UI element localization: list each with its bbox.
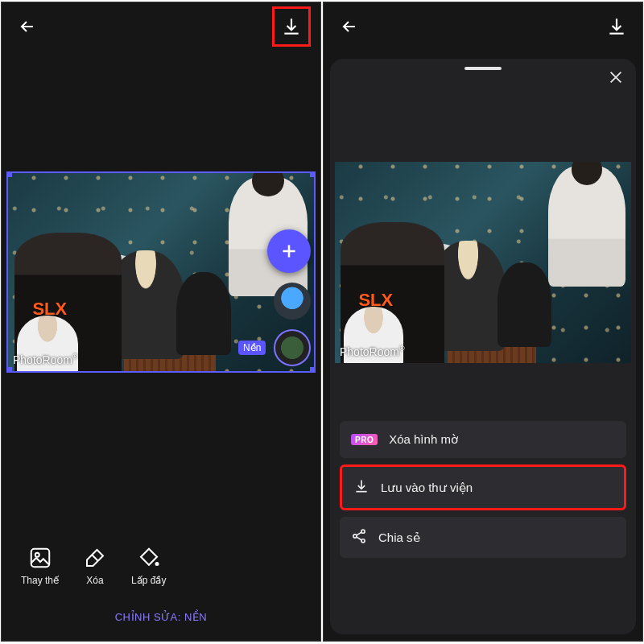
share-option[interactable]: Chia sẻ: [340, 517, 626, 558]
figure: [176, 272, 231, 355]
preview-image: SLX PhotoRoom®: [335, 162, 631, 363]
remove-watermark-option[interactable]: PRO Xóa hình mờ: [340, 421, 626, 458]
selected-layer[interactable]: SLX PhotoRoom® Nền: [6, 171, 316, 373]
download-icon: [353, 478, 369, 497]
background-layer-button[interactable]: [274, 329, 311, 366]
option-label: Lưu vào thư viện: [381, 481, 473, 495]
top-bar: [324, 2, 642, 51]
svg-point-1: [35, 553, 39, 557]
add-layer-button[interactable]: [267, 229, 311, 273]
subject-layer-button[interactable]: [274, 283, 311, 320]
export-options: PRO Xóa hình mờ Lưu vào thư viện Chia sẻ: [340, 421, 626, 558]
tool-label: Xóa: [86, 575, 103, 586]
svg-point-2: [155, 562, 159, 566]
preview: SLX PhotoRoom®: [330, 70, 636, 373]
delete-tool[interactable]: Xóa: [83, 546, 107, 586]
option-label: Chia sẻ: [378, 530, 420, 545]
share-icon: [351, 528, 367, 547]
mode-label: CHỈNH SỬA: NỀN: [2, 611, 320, 623]
watermark: PhotoRoom®: [340, 345, 405, 358]
watermark: PhotoRoom®: [13, 353, 78, 366]
back-button[interactable]: [11, 10, 43, 43]
top-bar: [2, 2, 320, 51]
layer-stack: Nền: [267, 229, 316, 366]
export-sheet: SLX PhotoRoom® PRO Xóa hình mờ Lưu vào t…: [330, 59, 636, 634]
back-button[interactable]: [333, 10, 365, 43]
canvas[interactable]: SLX PhotoRoom® Nền: [6, 171, 316, 373]
download-button[interactable]: [272, 6, 311, 47]
export-screen: SLX PhotoRoom® PRO Xóa hình mờ Lưu vào t…: [323, 2, 643, 642]
replace-tool[interactable]: Thay thế: [21, 546, 59, 586]
save-to-gallery-option[interactable]: Lưu vào thư viện: [340, 464, 626, 510]
download-button[interactable]: [601, 10, 633, 43]
tool-label: Lấp đầy: [131, 575, 166, 586]
pro-badge: PRO: [351, 434, 378, 445]
fill-tool[interactable]: Lấp đầy: [131, 546, 166, 586]
close-button[interactable]: [607, 68, 625, 91]
tool-row: Thay thế Xóa Lấp đầy: [2, 546, 320, 586]
editor-screen: SLX PhotoRoom® Nền: [1, 2, 321, 642]
option-label: Xóa hình mờ: [389, 432, 458, 447]
background-layer-label: Nền: [238, 341, 266, 355]
svg-rect-0: [31, 549, 49, 568]
tool-label: Thay thế: [21, 575, 59, 586]
